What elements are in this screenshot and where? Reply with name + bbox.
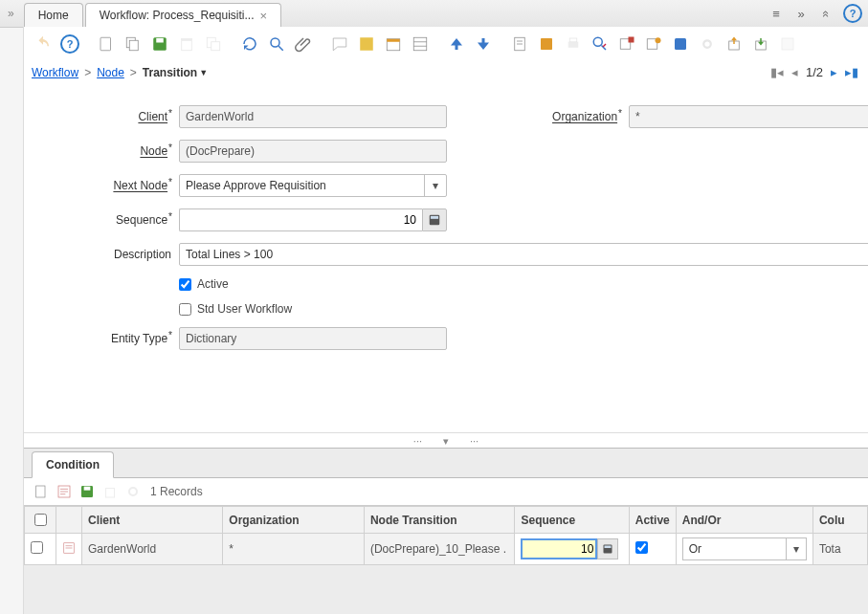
close-icon[interactable]: × xyxy=(260,9,268,23)
cell-column: Tota xyxy=(812,534,867,565)
breadcrumb-node[interactable]: Node xyxy=(97,66,124,79)
help-icon[interactable]: ? xyxy=(843,4,862,23)
archive-icon[interactable] xyxy=(535,33,558,55)
col-column[interactable]: Colu xyxy=(812,507,867,534)
active-checkbox[interactable] xyxy=(179,278,191,291)
svg-rect-0 xyxy=(100,37,111,51)
label-next-node: Next Node xyxy=(24,179,179,192)
node-field: (DocPrepare) xyxy=(179,140,447,163)
table-row[interactable]: GardenWorld * (DocPrepare)_10_Please . xyxy=(25,534,868,565)
print-icon[interactable] xyxy=(562,33,585,55)
sub-process-icon[interactable] xyxy=(123,482,143,501)
description-field[interactable]: Total Lines > 100 xyxy=(179,243,868,266)
record-navigator: ▮◂ ◂ 1/2 ▸ ▸▮ xyxy=(770,65,858,79)
col-andor[interactable]: And/Or xyxy=(676,507,812,534)
grid-toggle-icon[interactable] xyxy=(409,33,432,55)
col-organization[interactable]: Organization xyxy=(223,507,365,534)
zoom-across-icon[interactable] xyxy=(589,33,612,55)
chevron-down-icon[interactable]: ▾ xyxy=(786,538,806,559)
sub-delete-icon[interactable] xyxy=(100,482,120,501)
select-all-checkbox[interactable] xyxy=(34,514,47,526)
prev-record-icon[interactable]: ◂ xyxy=(791,65,798,79)
calendar-icon[interactable] xyxy=(382,33,405,55)
parent-up-icon[interactable] xyxy=(445,33,468,55)
collapse-icon[interactable]: » xyxy=(793,7,809,21)
svg-rect-20 xyxy=(541,38,552,50)
stduserwf-label: Std User Workflow xyxy=(197,302,292,316)
product-info-icon[interactable] xyxy=(669,33,692,55)
detail-down-icon[interactable] xyxy=(472,33,495,55)
svg-rect-43 xyxy=(605,546,612,549)
report-icon[interactable] xyxy=(508,33,531,55)
caret-down-icon: ▼ xyxy=(199,68,208,77)
svg-rect-35 xyxy=(36,486,45,497)
undo-icon[interactable] xyxy=(32,33,55,55)
stduserwf-checkbox[interactable] xyxy=(179,303,191,316)
cell-andor[interactable]: Or ▾ xyxy=(676,534,812,565)
row-select-checkbox[interactable] xyxy=(31,541,43,554)
record-count: 1 Records xyxy=(150,485,203,498)
sub-tabs-area: Condition 1 Records Client Organization … xyxy=(24,448,868,614)
chevrons-icon[interactable]: « xyxy=(819,6,834,21)
import-icon[interactable] xyxy=(749,33,772,55)
svg-rect-21 xyxy=(568,42,579,48)
description-value: Total Lines > 100 xyxy=(186,248,273,261)
first-record-icon[interactable]: ▮◂ xyxy=(770,65,784,79)
cell-sequence-input[interactable] xyxy=(521,538,597,559)
splitter-toggle-icon[interactable]: ▾ xyxy=(443,435,449,448)
splitter-bar[interactable]: ··· ▾ ··· xyxy=(24,432,868,449)
more-icon[interactable] xyxy=(776,33,799,55)
sub-new-icon[interactable] xyxy=(32,482,51,501)
chat-icon[interactable] xyxy=(328,33,351,55)
next-node-combo[interactable]: Please Approve Requisition ▾ xyxy=(179,174,447,197)
breadcrumb-current[interactable]: Transition ▼ xyxy=(143,66,208,79)
chevron-down-icon[interactable]: ▾ xyxy=(424,175,446,196)
grid-header-row: Client Organization Node Transition Sequ… xyxy=(25,507,868,534)
tab-condition[interactable]: Condition xyxy=(32,451,114,478)
sub-edit-icon[interactable] xyxy=(55,482,74,501)
calculator-icon[interactable] xyxy=(597,538,618,559)
tab-home[interactable]: Home xyxy=(24,3,83,27)
svg-rect-39 xyxy=(105,489,114,497)
cell-sequence[interactable] xyxy=(515,534,629,565)
new-icon[interactable] xyxy=(95,33,118,55)
copy-icon[interactable] xyxy=(122,33,145,55)
sub-save-icon[interactable] xyxy=(78,482,97,501)
label-node: Node xyxy=(24,144,179,158)
col-node-transition[interactable]: Node Transition xyxy=(364,507,515,534)
refresh-icon[interactable] xyxy=(238,33,261,55)
savenew-icon[interactable] xyxy=(202,33,225,55)
note-icon[interactable] xyxy=(355,33,378,55)
attachment-icon[interactable] xyxy=(292,33,315,55)
col-client[interactable]: Client xyxy=(82,507,223,534)
sequence-input[interactable] xyxy=(179,208,422,231)
svg-rect-6 xyxy=(181,38,192,40)
collapse-up-icon[interactable]: ··· xyxy=(413,435,422,447)
delete-icon[interactable] xyxy=(175,33,198,55)
breadcrumb-workflow[interactable]: Workflow xyxy=(32,66,78,79)
col-sequence[interactable]: Sequence xyxy=(515,507,629,534)
search-icon[interactable] xyxy=(265,33,288,55)
collapse-down-icon[interactable]: ··· xyxy=(470,435,479,447)
expand-menu-icon[interactable]: » xyxy=(8,7,14,20)
cell-active-checkbox[interactable] xyxy=(635,541,648,554)
process-gear-icon[interactable] xyxy=(696,33,719,55)
export-icon[interactable] xyxy=(723,33,746,55)
svg-rect-13 xyxy=(387,39,400,42)
sequence-field[interactable] xyxy=(179,208,447,231)
active-wf-icon[interactable] xyxy=(615,33,638,55)
form-area: Client GardenWorld Organization * Node (… xyxy=(24,88,868,450)
breadcrumb-sep: > xyxy=(130,66,137,79)
help-toolbar-icon[interactable]: ? xyxy=(58,33,81,55)
menu-icon[interactable]: ≡ xyxy=(768,7,784,21)
last-record-icon[interactable]: ▸▮ xyxy=(845,65,858,79)
save-icon[interactable] xyxy=(148,33,171,55)
tab-condition-label: Condition xyxy=(46,458,100,471)
calculator-icon[interactable] xyxy=(422,208,447,231)
row-edit-icon[interactable] xyxy=(62,544,76,558)
tab-workflow[interactable]: Workflow: Process_Requisiti... × xyxy=(85,3,281,27)
request-icon[interactable] xyxy=(642,33,665,55)
col-active[interactable]: Active xyxy=(629,507,676,534)
next-record-icon[interactable]: ▸ xyxy=(831,65,837,79)
active-label: Active xyxy=(197,277,229,291)
